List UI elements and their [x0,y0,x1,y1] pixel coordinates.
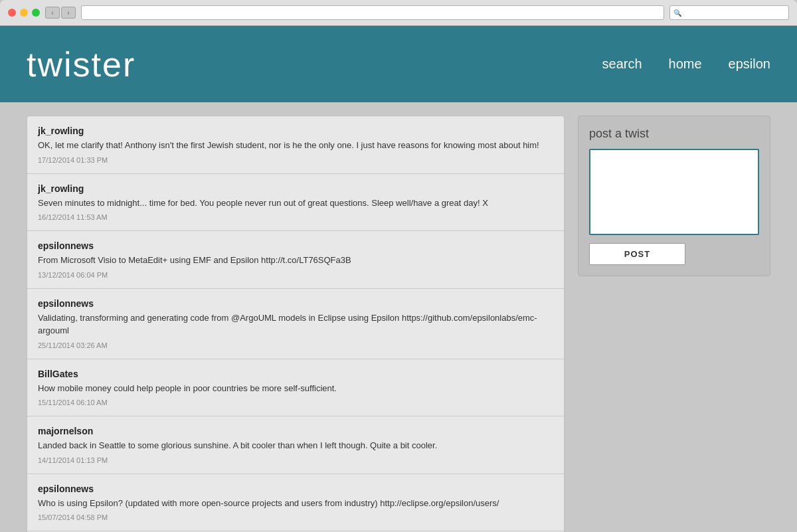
post-textarea[interactable] [589,149,759,235]
site-header: twister search home epsilon [0,26,797,102]
search-bar-wrapper: 🔍 [669,5,789,20]
tweet-text: Landed back in Seattle to some glorious … [38,439,553,452]
tweet-item: epsilonnewsValidating, transforming and … [27,289,564,359]
tweet-time: 15/07/2014 04:58 PM [38,513,553,521]
post-button[interactable]: POST [589,243,685,265]
main-nav: search home epsilon [602,56,770,72]
site-logo: twister [27,44,135,84]
tweet-text: From Microsoft Visio to MetaEdit+ using … [38,254,553,267]
tweet-item: epsilonnewsFrom Microsoft Visio to MetaE… [27,231,564,289]
tweet-time: 17/12/2014 01:33 PM [38,156,553,164]
minimize-button[interactable] [20,9,28,17]
post-panel-title: post a twist [589,127,759,141]
tweet-item: epsilonnewsWho is using Epsilon? (update… [27,474,564,532]
tweet-item: jk_rowlingSeven minutes to midnight... t… [27,174,564,232]
url-bar[interactable] [81,5,664,20]
home-nav-link[interactable]: home [669,56,702,72]
content-area: jk_rowlingOK, let me clarify that! Antho… [0,102,797,532]
tweet-time: 15/11/2014 06:10 AM [38,399,553,406]
tweet-text: How mobile money could help people in po… [38,382,553,395]
tweet-time: 13/12/2014 06:04 PM [38,271,553,279]
browser-chrome: ‹ › 🔍 [0,0,797,26]
tweet-username[interactable]: jk_rowling [38,183,553,194]
main-window: twister search home epsilon jk_rowlingOK… [0,26,797,532]
tweet-text: Seven minutes to midnight... time for be… [38,197,553,210]
maximize-button[interactable] [32,9,40,17]
tweet-item: jk_rowlingOK, let me clarify that! Antho… [27,116,564,174]
tweet-item: BillGatesHow mobile money could help peo… [27,359,564,417]
traffic-lights [8,9,40,17]
tweet-text: Who is using Epsilon? (updated with more… [38,497,553,510]
tweet-text: Validating, transforming and generating … [38,311,553,337]
tweet-text: OK, let me clarify that! Anthony isn't t… [38,139,553,152]
forward-button[interactable]: › [61,7,76,19]
tweet-time: 16/12/2014 11:53 AM [38,213,553,221]
tweet-time: 14/11/2014 01:13 PM [38,456,553,464]
feed-panel: jk_rowlingOK, let me clarify that! Antho… [27,116,565,532]
tweet-item: majornelsonLanded back in Seattle to som… [27,416,564,474]
tweet-username[interactable]: epsilonnews [38,298,553,309]
browser-search-input[interactable] [669,5,789,20]
close-button[interactable] [8,9,16,17]
tweet-time: 25/11/2014 03:26 AM [38,341,553,349]
user-nav-link[interactable]: epsilon [729,56,770,72]
tweet-username[interactable]: epsilonnews [38,240,553,251]
tweet-username[interactable]: jk_rowling [38,126,553,136]
back-button[interactable]: ‹ [45,7,60,19]
nav-buttons: ‹ › [45,7,76,19]
post-panel: post a twist POST [578,116,770,276]
search-nav-link[interactable]: search [602,56,642,72]
tweet-username[interactable]: BillGates [38,369,553,379]
tweet-username[interactable]: epsilonnews [38,484,553,494]
tweet-username[interactable]: majornelson [38,426,553,436]
